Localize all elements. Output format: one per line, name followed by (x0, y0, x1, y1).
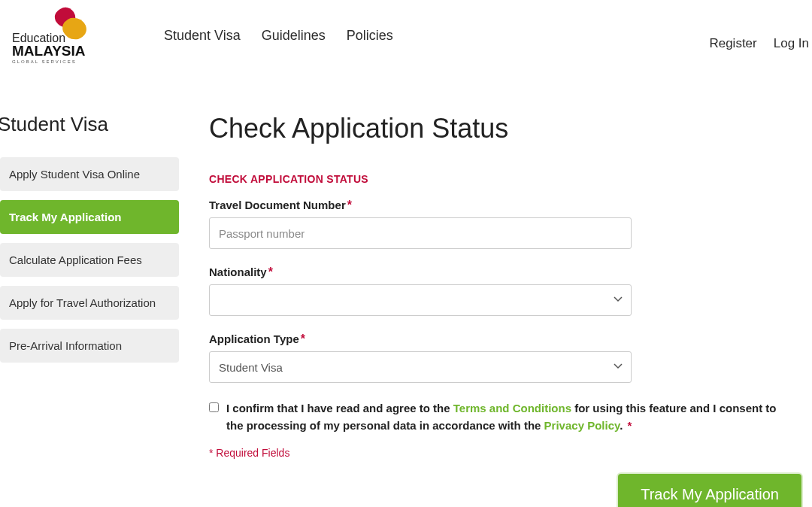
app-type-select-wrap: Student Visa (209, 351, 632, 383)
label-travel-doc: Travel Document Number (209, 199, 346, 211)
form-actions: Track My Application (209, 474, 804, 508)
label-app-type: Application Type (209, 332, 299, 345)
terms-link[interactable]: Terms and Conditions (453, 402, 571, 414)
required-asterisk: * (268, 266, 273, 278)
field-travel-doc: Travel Document Number* (209, 199, 804, 249)
travel-document-input[interactable] (209, 217, 632, 249)
field-app-type: Application Type* Student Visa (209, 332, 804, 383)
header-left: Education MALAYSIA GLOBAL SERVICES Stude… (6, 6, 393, 66)
login-link[interactable]: Log In (774, 36, 809, 51)
application-type-select[interactable]: Student Visa (209, 351, 632, 383)
logo-text-main: MALAYSIA (12, 43, 86, 59)
nav-guidelines[interactable]: Guidelines (262, 28, 326, 44)
nav-student-visa[interactable]: Student Visa (164, 28, 241, 44)
sidebar-item-prearrival[interactable]: Pre-Arrival Information (0, 329, 179, 363)
header: Education MALAYSIA GLOBAL SERVICES Stude… (0, 0, 812, 71)
consent-text: I confirm that I have read and agree to … (226, 399, 780, 435)
register-link[interactable]: Register (709, 36, 756, 51)
label-nationality: Nationality (209, 266, 267, 278)
required-asterisk: * (628, 419, 632, 432)
privacy-link[interactable]: Privacy Policy (544, 419, 620, 432)
form-heading: CHECK APPLICATION STATUS (209, 173, 804, 185)
consent-text-p3: . (620, 419, 626, 432)
sidebar-item-track[interactable]: Track My Application (0, 200, 179, 234)
required-asterisk: * (301, 332, 305, 345)
nav-main: Student Visa Guidelines Policies (164, 28, 393, 44)
sidebar: Student Visa Apply Student Visa Online T… (0, 113, 179, 507)
page-title: Check Application Status (209, 113, 804, 144)
consent-checkbox[interactable] (209, 402, 219, 412)
page-body: Student Visa Apply Student Visa Online T… (0, 71, 812, 507)
consent-text-p1: I confirm that I have read and agree to … (226, 402, 453, 414)
nationality-select[interactable] (209, 284, 632, 316)
sidebar-item-fees[interactable]: Calculate Application Fees (0, 243, 179, 277)
sidebar-item-travel-auth[interactable]: Apply for Travel Authorization (0, 286, 179, 320)
nav-right: Register Log In (709, 36, 812, 51)
main: Check Application Status CHECK APPLICATI… (209, 113, 812, 507)
consent-row: I confirm that I have read and agree to … (209, 399, 780, 435)
sidebar-title: Student Visa (0, 113, 179, 157)
required-asterisk: * (347, 199, 352, 211)
field-nationality: Nationality* (209, 266, 804, 316)
logo[interactable]: Education MALAYSIA GLOBAL SERVICES (6, 6, 104, 66)
required-note: * Required Fields (209, 447, 804, 459)
logo-text-sub: GLOBAL SERVICES (12, 59, 77, 64)
nationality-select-wrap (209, 284, 632, 316)
track-application-button[interactable]: Track My Application (618, 474, 801, 508)
nav-policies[interactable]: Policies (347, 28, 393, 44)
sidebar-item-apply-online[interactable]: Apply Student Visa Online (0, 157, 179, 191)
